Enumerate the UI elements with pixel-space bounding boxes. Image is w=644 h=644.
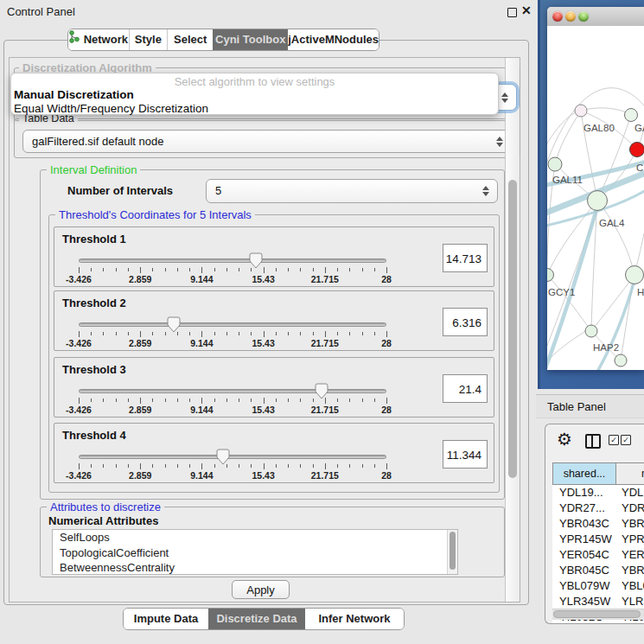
slider-thumb[interactable]: [249, 252, 263, 269]
tab-jactivemnodules[interactable]: jActiveMNodules: [288, 29, 379, 50]
tick-mark: [214, 399, 215, 402]
table-cell[interactable]: YBR0: [616, 563, 644, 578]
tick-mark: [386, 331, 387, 337]
tick-mark: [201, 463, 202, 469]
table-row[interactable]: YPR145WYPR1: [552, 532, 644, 547]
tab-network[interactable]: Network: [68, 29, 129, 50]
float-window-icon[interactable]: [507, 8, 517, 17]
column-header-shared-name[interactable]: shared...: [552, 462, 616, 485]
tab-discretize-data[interactable]: Discretize Data: [208, 609, 305, 629]
table-cell[interactable]: YDL1: [616, 485, 644, 501]
threshold-4-box: Threshold 4 -3.4262.8599.14415.4321.7152…: [54, 423, 494, 483]
tick-mark: [349, 268, 350, 271]
table-cell[interactable]: YDR27...: [552, 501, 616, 516]
slider-thumb[interactable]: [216, 449, 230, 465]
table-cell[interactable]: YBL079W: [552, 578, 616, 594]
threshold-2-slider[interactable]: -3.4262.8599.14415.4321.71528: [79, 321, 386, 350]
number-of-intervals-combo[interactable]: 5: [206, 179, 498, 203]
popup-option-manual[interactable]: Manual Discretization: [11, 88, 498, 102]
table-cell[interactable]: YPR1: [616, 532, 644, 547]
network-node[interactable]: [585, 325, 597, 337]
table-cell[interactable]: YLR3: [616, 594, 644, 609]
threshold-4-slider[interactable]: -3.4262.8599.14415.4321.71528: [79, 453, 386, 482]
table-cell[interactable]: YBR0: [616, 516, 644, 532]
table-row[interactable]: YBR043CYBR0: [552, 516, 644, 532]
threshold-1-value-field[interactable]: 14.713: [443, 244, 488, 272]
table-cell[interactable]: YDL19...: [552, 485, 616, 501]
tab-impute-data[interactable]: Impute Data: [124, 609, 208, 629]
scale-label: 28: [381, 338, 392, 348]
close-traffic-light-icon[interactable]: [552, 11, 563, 22]
tick-mark: [337, 464, 338, 468]
tick-mark: [79, 267, 80, 273]
table-row[interactable]: YBL079WYBL0: [552, 578, 644, 594]
slider-thumb[interactable]: [315, 383, 328, 399]
tick-mark: [386, 398, 387, 404]
minimize-traffic-light-icon[interactable]: [565, 11, 576, 22]
tick-mark: [313, 464, 314, 468]
tick-mark: [362, 399, 363, 402]
tab-style[interactable]: Style: [129, 29, 167, 50]
panel-scrollbar[interactable]: [505, 58, 520, 602]
table-cell[interactable]: YER054C: [552, 547, 616, 563]
network-node[interactable]: [625, 109, 638, 122]
table-row[interactable]: YDR27...YDR2: [552, 501, 644, 516]
table-cell[interactable]: YLR345W: [552, 594, 616, 609]
network-canvas[interactable]: GAL80GACGAL11GAL4GCY1HHAP2: [547, 26, 644, 370]
threshold-2-value-field[interactable]: 6.316: [443, 308, 488, 336]
attribute-list-item[interactable]: SelfLoops: [53, 530, 457, 545]
network-node[interactable]: [630, 143, 644, 157]
threshold-3-value-field[interactable]: 21.4: [443, 374, 488, 403]
network-node[interactable]: [548, 157, 562, 171]
numerical-attributes-list[interactable]: SelfLoopsTopologicalCoefficientBetweenne…: [52, 529, 458, 575]
tab-infer-network[interactable]: Infer Network: [305, 609, 404, 629]
table-cell[interactable]: YER0: [616, 547, 644, 563]
threshold-3-box: Threshold 3 -3.4262.8599.14415.4321.7152…: [54, 357, 494, 418]
slider-thumb[interactable]: [167, 316, 181, 333]
network-node[interactable]: [588, 191, 608, 211]
scrollbar-thumb[interactable]: [553, 610, 641, 618]
apply-button[interactable]: Apply: [232, 580, 290, 599]
network-window-titlebar[interactable]: [547, 7, 644, 27]
scale-label: -3.426: [66, 405, 92, 415]
popup-option-equal-width[interactable]: Equal Width/Frequency Discretization: [11, 102, 498, 116]
checkbox-icon[interactable]: ✓: [609, 435, 619, 445]
table-row[interactable]: YLR345WYLR3: [552, 594, 644, 609]
gear-icon[interactable]: ⚙: [557, 430, 572, 449]
network-node[interactable]: [547, 269, 554, 282]
close-icon[interactable]: ✕: [521, 3, 532, 17]
table-cell[interactable]: YPR145W: [552, 532, 616, 547]
network-node[interactable]: [575, 105, 587, 117]
list-scrollbar[interactable]: [447, 530, 457, 574]
checkbox-icon[interactable]: ✓: [621, 435, 631, 445]
table-cell[interactable]: YDR2: [616, 501, 644, 516]
tick-mark: [116, 399, 117, 402]
network-node[interactable]: [615, 354, 627, 367]
tab-cyni-toolbox[interactable]: Cyni Toolbox: [213, 29, 288, 50]
table-cell[interactable]: YBR043C: [552, 516, 616, 532]
table-cell[interactable]: YBL0: [616, 578, 644, 594]
scale-label: 9.144: [190, 274, 213, 284]
threshold-3-slider[interactable]: -3.4262.8599.14415.4321.71528: [79, 387, 386, 417]
column-header-name[interactable]: n: [616, 462, 644, 485]
table-row[interactable]: YDL19...YDL1: [552, 485, 644, 501]
table-row[interactable]: YBR045CYBR0: [552, 563, 644, 578]
node-label: C: [636, 163, 643, 173]
threshold-4-value-field[interactable]: 11.344: [443, 440, 488, 469]
panel-title: Control Panel: [7, 5, 75, 18]
table-data-combo[interactable]: galFiltered.sif default node: [22, 130, 512, 153]
network-node[interactable]: [626, 266, 644, 284]
table-row[interactable]: YER054CYER0: [552, 547, 644, 563]
threshold-1-slider[interactable]: -3.4262.8599.14415.4321.71528: [79, 257, 386, 286]
scrollbar-thumb[interactable]: [508, 180, 517, 478]
tick-mark: [276, 268, 277, 271]
tick-mark: [226, 332, 227, 335]
table-horizontal-scrollbar[interactable]: [552, 609, 644, 620]
scale-label: 21.715: [311, 338, 339, 348]
tab-select[interactable]: Select: [167, 29, 213, 50]
zoom-traffic-light-icon[interactable]: [578, 11, 589, 22]
attribute-list-item[interactable]: TopologicalCoefficient: [53, 545, 457, 561]
attribute-list-item[interactable]: BetweennessCentrality: [53, 560, 457, 575]
table-cell[interactable]: YBR045C: [552, 563, 616, 578]
split-view-icon[interactable]: [585, 434, 601, 449]
